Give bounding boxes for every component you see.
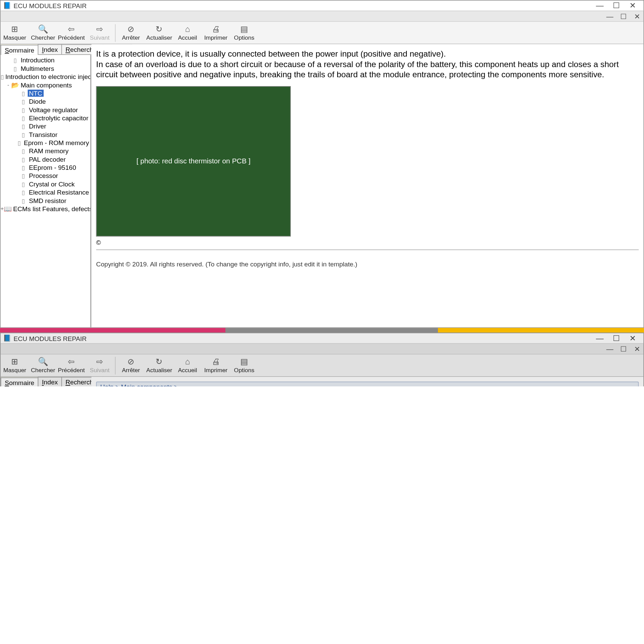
minimize-button[interactable]: — (591, 334, 608, 343)
toolbar-label: Imprimer (202, 366, 230, 375)
toolbar-label: Masquer (1, 34, 29, 42)
help-window-1: 📘 ECU MODULES REPAIR — ☐ ✕ — ☐ ✕ ⊞Masque… (0, 0, 644, 328)
tree-item[interactable]: Driver (1, 122, 90, 130)
toolbar-accueil-button[interactable]: ⌂Accueil (174, 356, 202, 375)
toolbar-arrêter-button[interactable]: ⊘Arrêter (117, 356, 145, 375)
content-image: [ photo: red disc thermistor on PCB ] (96, 86, 291, 236)
copyright-text: Copyright © 2019. All rights reserved. (… (96, 260, 639, 267)
toolbar-label: Accueil (174, 34, 202, 42)
page-icon (1, 74, 4, 80)
tree-item[interactable]: Voltage regulator (1, 105, 90, 114)
separator-strip (0, 328, 644, 333)
sub-titlebar: — ☐ ✕ (1, 344, 644, 354)
tree-item-label: PAL decoder (28, 156, 67, 163)
page-icon (16, 140, 23, 146)
titlebar[interactable]: 📘 ECU MODULES REPAIR — ☐ ✕ (1, 333, 644, 344)
close-button[interactable]: ✕ (625, 1, 641, 10)
tree-item[interactable]: NTC (1, 89, 90, 97)
toolbar-label: Actualiser (145, 34, 174, 42)
tab-sommaire[interactable]: Sommaire (1, 378, 39, 386)
page-icon (19, 164, 27, 171)
tree-item-label: Introduction to electronic injection (4, 73, 90, 80)
content-pane: It is a protection device, it is usually… (92, 44, 644, 327)
app-icon: 📘 (3, 1, 11, 9)
divider (96, 249, 639, 250)
minimize-button[interactable]: — (591, 1, 608, 10)
page-icon (19, 106, 27, 113)
toolbar-masquer-button[interactable]: ⊞Masquer (1, 23, 29, 42)
sub-maximize-button[interactable]: ☐ (620, 345, 627, 353)
sub-titlebar: — ☐ ✕ (1, 11, 644, 22)
tree-item-label: Transistor (28, 131, 59, 138)
toolbar-actualiser-button[interactable]: ↻Actualiser (145, 23, 174, 42)
tree-item[interactable]: -Main components (1, 81, 90, 89)
toolbar-masquer-button[interactable]: ⊞Masquer (1, 356, 29, 375)
paragraph: In case of an overload is due to a short… (96, 59, 639, 80)
toolbar-imprimer-button[interactable]: 🖨Imprimer (202, 356, 230, 375)
sub-close-button[interactable]: ✕ (634, 12, 640, 20)
paragraph: It is a protection device, it is usually… (96, 49, 639, 59)
tree-item[interactable]: Introduction (1, 56, 90, 64)
content-pane: Help > Main components > Driver ◄ ► They… (92, 377, 644, 386)
sub-minimize-button[interactable]: — (606, 12, 613, 20)
tree-item[interactable]: Transistor (1, 130, 90, 139)
sub-minimize-button[interactable]: — (606, 345, 613, 353)
toolbar-label: Arrêter (117, 34, 145, 42)
tree-item[interactable]: Diode (1, 97, 90, 105)
tree-item-label: Eprom - ROM memory (23, 139, 90, 146)
tree-twist-icon[interactable]: - (5, 82, 11, 88)
toolbar: ⊞Masquer🔍Chercher⇦Précédent⇨Suivant⊘Arrê… (1, 22, 644, 44)
window-title: ECU MODULES REPAIR (14, 2, 87, 9)
tree-item-label: Driver (28, 123, 47, 130)
toolbar-accueil-button[interactable]: ⌂Accueil (174, 23, 202, 42)
tree-item-label: Voltage regulator (28, 106, 79, 113)
toolbar-précédent-button[interactable]: ⇦Précédent (57, 356, 86, 375)
sub-maximize-button[interactable]: ☐ (620, 12, 627, 20)
tree-item[interactable]: Introduction to electronic injection (1, 73, 90, 81)
toolbar-précédent-button[interactable]: ⇦Précédent (57, 23, 86, 42)
page-icon (19, 181, 27, 187)
tree-item[interactable]: +ECMs list Features, defects, and re (1, 205, 90, 213)
titlebar[interactable]: 📘 ECU MODULES REPAIR — ☐ ✕ (1, 1, 644, 11)
tree-item[interactable]: Multimeters (1, 64, 90, 73)
suivant-icon: ⇨ (85, 356, 114, 366)
tree-item[interactable]: PAL decoder (1, 155, 90, 163)
précédent-icon: ⇦ (57, 356, 86, 366)
tree-item[interactable]: Processor (1, 172, 90, 180)
breadcrumb-link[interactable]: Help (100, 383, 114, 386)
sub-close-button[interactable]: ✕ (634, 345, 640, 353)
toolbar-label: Précédent (57, 366, 86, 375)
tab-index[interactable]: Index (38, 44, 62, 55)
tree-item[interactable]: Electrolytic capacitor (1, 114, 90, 122)
book-icon (4, 205, 12, 213)
toolbar-arrêter-button[interactable]: ⊘Arrêter (117, 23, 145, 42)
tab-index[interactable]: Index (38, 377, 62, 386)
tree-item[interactable]: EEprom - 95160 (1, 163, 90, 172)
tree-item-label: Diode (28, 98, 47, 105)
close-button[interactable]: ✕ (625, 334, 641, 343)
chercher-icon: 🔍 (29, 23, 57, 34)
toolbar-actualiser-button[interactable]: ↻Actualiser (145, 356, 174, 375)
toolbar-options-button[interactable]: ▤Options (230, 356, 259, 375)
page-icon (19, 131, 27, 138)
options-icon: ▤ (230, 23, 259, 34)
tree-item-label: Electrical Resistance (28, 189, 90, 196)
toolbar-chercher-button[interactable]: 🔍Chercher (29, 23, 57, 42)
tree-item[interactable]: RAM memory (1, 147, 90, 155)
tree-item[interactable]: Eprom - ROM memory (1, 139, 90, 147)
tree-item[interactable]: Crystal or Clock (1, 180, 90, 188)
imprimer-icon: 🖨 (202, 23, 230, 34)
tree-item[interactable]: Electrical Resistance (1, 188, 90, 196)
maximize-button[interactable]: ☐ (608, 334, 625, 343)
tab-sommaire[interactable]: Sommaire (1, 45, 39, 55)
tree-twist-icon[interactable]: + (1, 206, 4, 212)
toolbar-options-button[interactable]: ▤Options (230, 23, 259, 42)
toolbar-chercher-button[interactable]: 🔍Chercher (29, 356, 57, 375)
page-icon (19, 156, 27, 162)
page-icon (19, 173, 27, 179)
toolbar-imprimer-button[interactable]: 🖨Imprimer (202, 23, 230, 42)
maximize-button[interactable]: ☐ (608, 1, 625, 10)
breadcrumb-link[interactable]: Main components (121, 383, 172, 386)
tree-item[interactable]: SMD resistor (1, 196, 90, 204)
toolbar-label: Masquer (1, 366, 29, 375)
